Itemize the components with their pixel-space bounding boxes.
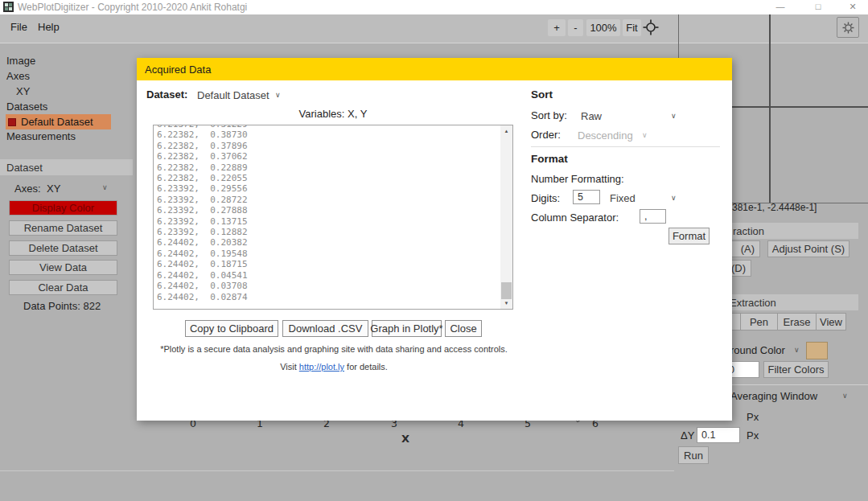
adjust-point-button[interactable]: Adjust Point (S): [767, 240, 849, 257]
plotly-link[interactable]: http://plot.ly: [299, 362, 344, 372]
digits-label: Digits:: [531, 192, 560, 204]
dialog-titlebar[interactable]: Acquired Data: [137, 58, 732, 80]
close-button-dialog[interactable]: Close: [445, 320, 482, 337]
minimize-button[interactable]: —: [768, 0, 792, 14]
digits-type-value[interactable]: Fixed: [610, 192, 636, 204]
foreground-color-label[interactable]: round Color: [730, 344, 785, 356]
menu-help[interactable]: Help: [38, 21, 60, 33]
data-points-count: Data Points: 822: [23, 300, 101, 312]
settings-gear-icon[interactable]: [837, 17, 859, 38]
canvas-divider-line: [0, 470, 674, 471]
delete-dataset-button[interactable]: Delete Dataset: [9, 240, 117, 256]
sidebar-item-datasets[interactable]: Datasets: [6, 101, 47, 113]
menu-file[interactable]: File: [10, 21, 27, 33]
sort-heading: Sort: [531, 88, 553, 101]
webplotdigitizer-app: WebPlotDigitizer - Copyright 2010-2020 A…: [0, 0, 868, 501]
dataset-color-square: [8, 118, 16, 126]
algorithm-chevron-down-icon[interactable]: ∨: [842, 392, 848, 400]
scrollbar-thumb[interactable]: [501, 282, 512, 299]
plotly-visit-line: Visit http://plot.ly for details.: [137, 362, 531, 372]
dy-label: ΔY: [681, 429, 694, 441]
zoom-out-button[interactable]: -: [568, 19, 583, 36]
fit-button[interactable]: Fit: [623, 19, 641, 36]
variables-label: Variables: X, Y: [153, 108, 513, 120]
foreground-color-swatch[interactable]: [806, 342, 828, 359]
sort-by-chevron-down-icon[interactable]: ∨: [671, 112, 677, 120]
acquired-data-dialog: Acquired Data Dataset: Default Dataset ∨…: [137, 58, 732, 421]
maximize-button[interactable]: □: [806, 0, 830, 14]
window-titlebar: WebPlotDigitizer - Copyright 2010-2020 A…: [0, 0, 868, 14]
run-button[interactable]: Run: [678, 446, 709, 464]
crosshair-icon[interactable]: [643, 19, 659, 39]
rename-dataset-button[interactable]: Rename Dataset: [9, 220, 117, 236]
dataset-select-label: Dataset:: [146, 88, 187, 101]
sidebar-item-xy[interactable]: XY: [16, 85, 30, 97]
dataset-select-value[interactable]: Default Dataset: [197, 89, 269, 101]
dataset-select-chevron-down-icon[interactable]: ∨: [275, 91, 281, 99]
copy-to-clipboard-button[interactable]: Copy to Clipboard: [185, 320, 278, 337]
column-separator-label: Column Separator:: [531, 211, 619, 224]
axes-value[interactable]: XY: [47, 183, 60, 195]
window-title: WebPlotDigitizer - Copyright 2010-2020 A…: [18, 2, 247, 13]
sort-format-divider: [531, 146, 720, 147]
textarea-scrollbar[interactable]: ▲ ▼: [500, 125, 512, 309]
x-axis-label: X: [401, 433, 409, 445]
app-icon: [3, 2, 14, 12]
view-tool-button[interactable]: View: [816, 313, 846, 331]
sort-by-label: Sort by:: [531, 109, 567, 121]
digits-type-chevron-down-icon[interactable]: ∨: [671, 194, 677, 202]
pen-tool-button[interactable]: Pen: [740, 313, 778, 331]
plotly-footnote: *Plotly is a secure data analysis and gr…: [137, 344, 531, 354]
magnifier-crosshair-vertical: [769, 14, 771, 203]
number-formatting-label: Number Formatting:: [531, 173, 624, 185]
erase-tool-button[interactable]: Erase: [777, 313, 817, 331]
digits-input[interactable]: 5: [573, 190, 600, 204]
color-mode-chevron-down-icon[interactable]: ∨: [794, 346, 800, 354]
dy-input[interactable]: 0.1: [697, 427, 740, 443]
graph-in-plotly-button[interactable]: Graph in Plotly*: [372, 320, 442, 337]
format-button[interactable]: Format: [668, 228, 710, 244]
scroll-down-icon[interactable]: ▼: [500, 298, 512, 309]
order-chevron-down-icon: ∨: [642, 131, 648, 139]
scroll-up-icon[interactable]: ▲: [500, 125, 512, 137]
sidebar-item-axes[interactable]: Axes: [6, 70, 30, 82]
sidebar-item-image[interactable]: Image: [6, 55, 35, 67]
cursor-coordinates-readout: 381e-1, -2.4448e-1]: [732, 202, 817, 213]
format-heading: Format: [531, 153, 568, 165]
sort-by-value[interactable]: Raw: [581, 110, 602, 122]
axes-chevron-down-icon[interactable]: ∨: [102, 183, 108, 191]
axes-label: Axes:: [14, 183, 41, 195]
dx-unit-label: Px: [747, 411, 759, 423]
close-button[interactable]: ✕: [841, 0, 865, 14]
column-separator-input[interactable]: ,: [640, 209, 666, 224]
order-value: Descending: [578, 129, 633, 142]
view-data-button[interactable]: View Data: [9, 260, 117, 275]
sidebar-item-measurements[interactable]: Measurements: [6, 130, 76, 142]
dy-unit-label: Px: [747, 429, 759, 441]
sidebar-item-default-dataset[interactable]: Default Dataset: [6, 114, 111, 129]
zoom-in-button[interactable]: +: [548, 19, 566, 36]
display-color-button[interactable]: Display Color: [9, 200, 117, 216]
clear-data-button[interactable]: Clear Data: [9, 280, 117, 295]
default-dataset-label: Default Dataset: [21, 116, 93, 128]
acquired-data-textarea[interactable]: 6.21372, 0.31229 6.22382, 0.38730 6.2238…: [153, 125, 513, 310]
download-csv-button[interactable]: Download .CSV: [282, 320, 368, 337]
acquired-data-text: 6.21372, 0.31229 6.22382, 0.38730 6.2238…: [154, 125, 500, 302]
zoom-level-button[interactable]: 100%: [586, 19, 620, 36]
filter-colors-button[interactable]: Filter Colors: [763, 361, 829, 378]
algorithm-select-value[interactable]: Averaging Window: [730, 390, 817, 402]
dataset-panel-header: Dataset: [0, 159, 133, 175]
order-label: Order:: [531, 129, 561, 141]
